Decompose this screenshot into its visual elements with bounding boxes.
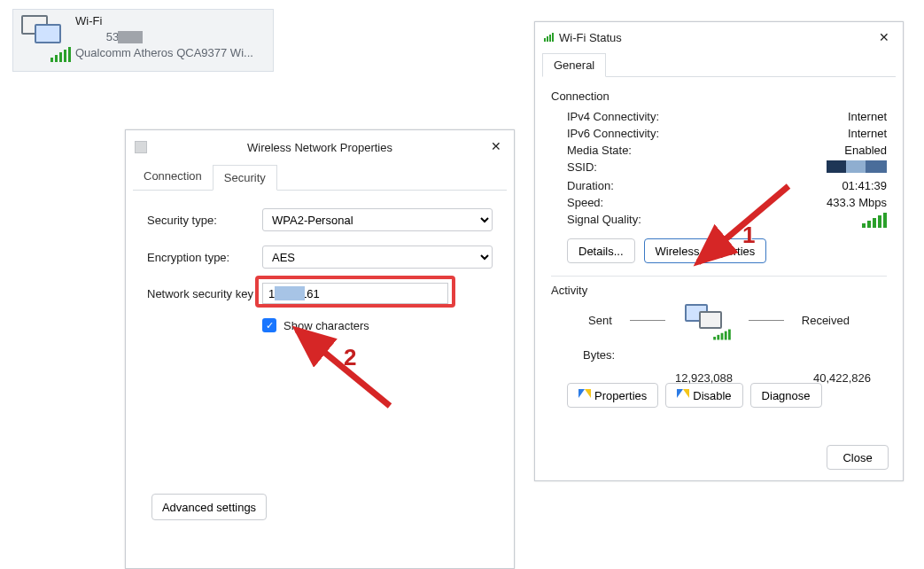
ipv4-label: IPv4 Connectivity: <box>567 110 659 123</box>
media-state-label: Media State: <box>567 144 632 157</box>
dialog-title: Wi-Fi Status <box>559 31 622 44</box>
wifi-status-dialog: Wi-Fi Status ✕ General Connection IPv4 C… <box>534 21 904 481</box>
wireless-properties-dialog: Wireless Network Properties ✕ Connection… <box>125 129 515 569</box>
bytes-received-value: 40,422,826 <box>813 371 871 385</box>
diagnose-button[interactable]: Diagnose <box>750 383 822 408</box>
dialog-title: Wireless Network Properties <box>126 141 514 154</box>
disable-button[interactable]: Disable <box>665 383 742 408</box>
tab-general[interactable]: General <box>542 53 606 77</box>
speed-label: Speed: <box>567 196 603 209</box>
encryption-type-select[interactable]: AES <box>262 246 493 269</box>
ipv6-label: IPv6 Connectivity: <box>567 127 659 140</box>
adapter-text: Wi-Fi XXXX534 Qualcomm Atheros QCA9377 W… <box>75 13 253 61</box>
activity-icon <box>683 302 731 338</box>
network-key-label: Network security key <box>147 287 262 300</box>
details-button[interactable]: Details... <box>567 238 635 263</box>
ssid-value <box>827 160 887 175</box>
signal-icon <box>544 33 554 42</box>
security-type-label: Security type: <box>147 214 262 227</box>
signal-quality-label: Signal Quality: <box>567 213 641 228</box>
ssid-label: SSID: <box>567 160 597 175</box>
duration-label: Duration: <box>567 179 614 192</box>
adapter-device: Qualcomm Atheros QCA9377 Wi... <box>75 45 253 61</box>
received-label: Received <box>802 314 850 327</box>
wifi-adapter-tile[interactable]: Wi-Fi XXXX534 Qualcomm Atheros QCA9377 W… <box>12 9 274 72</box>
adapter-ssid: XXXX534 <box>75 29 253 45</box>
activity-group: Activity <box>551 284 887 297</box>
wireless-properties-button[interactable]: Wireless Properties <box>644 238 767 263</box>
tab-security[interactable]: Security <box>213 165 277 191</box>
sent-label: Sent <box>588 314 612 327</box>
bytes-sent-value: 12,923,088 <box>675 371 733 385</box>
media-state-value: Enabled <box>844 144 887 157</box>
redacted-block <box>275 286 305 300</box>
shield-icon <box>677 389 689 401</box>
dialog-titlebar[interactable]: Wireless Network Properties ✕ <box>126 130 514 164</box>
duration-value: 01:41:39 <box>842 179 887 192</box>
tabs: General <box>542 52 896 77</box>
speed-value: 433.3 Mbps <box>827 196 887 209</box>
connection-group: Connection <box>551 90 887 103</box>
properties-button[interactable]: Properties <box>567 383 658 408</box>
dialog-titlebar[interactable]: Wi-Fi Status ✕ <box>535 22 903 52</box>
ipv4-value: Internet <box>848 110 887 123</box>
show-characters-checkbox[interactable]: ✓ <box>262 318 276 332</box>
show-characters-label: Show characters <box>283 319 369 332</box>
shield-icon <box>578 389 591 401</box>
encryption-type-label: Encryption type: <box>147 251 262 264</box>
redacted-block <box>118 31 143 43</box>
network-adapter-icon <box>19 13 68 63</box>
adapter-name: Wi-Fi <box>75 13 253 29</box>
tabs: Connection Security <box>133 164 507 191</box>
close-button[interactable]: Close <box>827 445 889 470</box>
bytes-label: Bytes: <box>583 348 615 362</box>
signal-quality-value <box>862 213 887 228</box>
advanced-settings-button[interactable]: Advanced settings <box>151 494 267 520</box>
tab-connection[interactable]: Connection <box>133 164 213 190</box>
ipv6-value: Internet <box>848 127 887 140</box>
close-icon[interactable]: ✕ <box>485 136 507 157</box>
security-type-select[interactable]: WPA2-Personal <box>262 208 493 231</box>
close-icon[interactable]: ✕ <box>874 27 894 47</box>
